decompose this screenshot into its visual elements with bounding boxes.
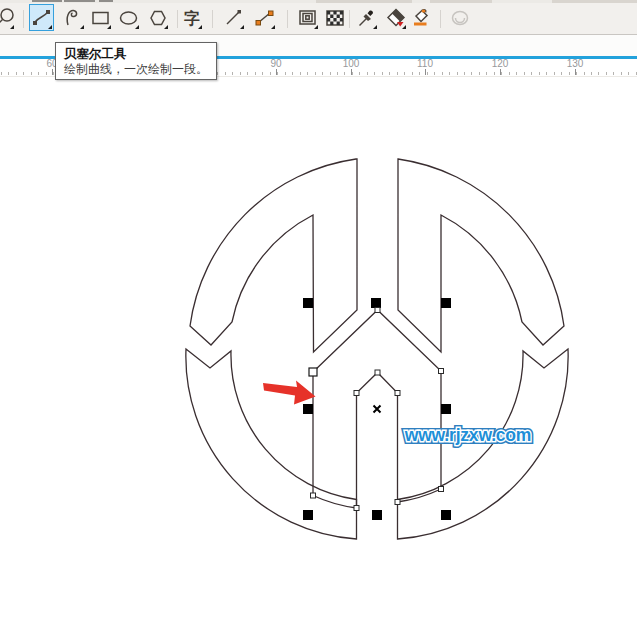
selection-handle[interactable] xyxy=(372,510,382,520)
logo-ring-upper-left-path[interactable] xyxy=(190,159,357,352)
curve-node[interactable] xyxy=(354,391,359,396)
selection-handle[interactable] xyxy=(303,404,313,414)
tooltip-title: 贝塞尔工具 xyxy=(64,46,208,62)
curve-node[interactable] xyxy=(439,369,444,374)
selection-handle[interactable] xyxy=(441,404,451,414)
selection-handle[interactable] xyxy=(441,510,451,520)
curve-node[interactable] xyxy=(395,391,400,396)
tooltip-description: 绘制曲线，一次绘制一段。 xyxy=(64,62,208,77)
curve-node[interactable] xyxy=(311,493,316,498)
watermark-text: www.rjzxw.com xyxy=(404,425,531,445)
curve-start-node[interactable] xyxy=(309,368,317,376)
application-window: 字 6090100110120130 贝塞尔工具 绘制曲线，一次绘制一段。 ww… xyxy=(0,0,637,624)
curve-node[interactable] xyxy=(354,506,359,511)
curve-node[interactable] xyxy=(395,500,400,505)
selection-handle[interactable] xyxy=(303,298,313,308)
curve-node[interactable] xyxy=(439,487,444,492)
curve-node[interactable] xyxy=(375,308,380,313)
selection-handle[interactable] xyxy=(303,510,313,520)
selection-center-mark[interactable] xyxy=(374,406,381,413)
logo-ring-upper-right-path[interactable] xyxy=(398,159,564,352)
tooltip-bezier-tool: 贝塞尔工具 绘制曲线，一次绘制一段。 xyxy=(55,42,217,80)
selection-handle[interactable] xyxy=(441,298,451,308)
selection-handle[interactable] xyxy=(371,298,381,308)
curve-node[interactable] xyxy=(375,370,380,375)
logo-ring-lower-left-path[interactable] xyxy=(186,349,357,539)
tutorial-arrow-annotation xyxy=(263,381,316,405)
canvas-artwork: www.rjzxw.comwww.rjzxw.comwww.rjzxw.com xyxy=(0,0,637,624)
